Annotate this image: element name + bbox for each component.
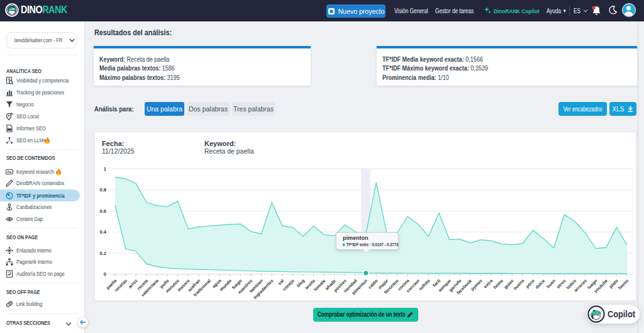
- svg-text:sofrito: sofrito: [418, 278, 431, 291]
- svg-text:0.4: 0.4: [100, 229, 107, 235]
- svg-text:0.8: 0.8: [100, 187, 106, 193]
- svg-text:sal: sal: [277, 278, 285, 286]
- svg-text:ingredientes: ingredientes: [252, 278, 274, 300]
- svg-text:otros: otros: [556, 278, 567, 289]
- svg-text:tomate: tomate: [313, 278, 326, 291]
- svg-text:0.2: 0.2: [100, 251, 106, 256]
- svg-text:horno: horno: [618, 278, 630, 290]
- svg-text:conejo: conejo: [282, 278, 296, 292]
- svg-text:1: 1: [104, 166, 106, 172]
- svg-text:home: home: [492, 278, 504, 290]
- svg-text:0.6: 0.6: [100, 208, 106, 214]
- svg-text:pymes: pymes: [470, 278, 483, 291]
- svg-text:Aa: Aa: [7, 169, 12, 173]
- svg-text:dulce: dulce: [535, 278, 546, 290]
- svg-text:mundo: mundo: [219, 278, 232, 291]
- svg-text:extra: extra: [483, 278, 494, 289]
- svg-text:0: 0: [104, 271, 106, 277]
- svg-text:buen: buen: [545, 278, 556, 289]
- svg-text:buena: buena: [513, 278, 525, 291]
- svg-text:caldo: caldo: [367, 278, 379, 290]
- svg-text:peco: peco: [525, 278, 536, 289]
